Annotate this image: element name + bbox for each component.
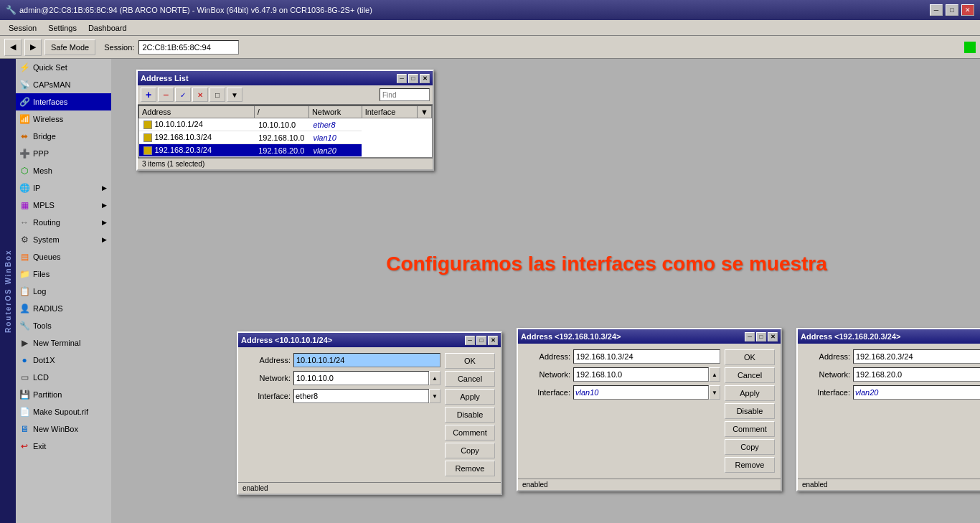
address-find-input[interactable] xyxy=(380,88,430,101)
addr-detail-1-comment-button[interactable]: Comment xyxy=(445,425,495,440)
sidebar-item-bridge-label: Bridge xyxy=(33,132,56,141)
sidebar-item-ip[interactable]: 🌐IP▶ xyxy=(0,179,111,197)
sidebar-item-bridge[interactable]: ⬌Bridge xyxy=(0,128,111,145)
session-value: 2C:C8:1B:65:8C:94 xyxy=(138,40,239,55)
addr-detail-3-interface-input[interactable] xyxy=(853,385,980,400)
addr-detail-2-comment-button[interactable]: Comment xyxy=(725,421,775,437)
safe-mode-button[interactable]: Safe Mode xyxy=(44,39,95,55)
menu-session[interactable]: Session xyxy=(3,22,42,34)
addr-list-close[interactable]: ✕ xyxy=(420,74,430,83)
maximize-button[interactable]: □ xyxy=(946,4,958,16)
sidebar-item-mpls[interactable]: ▦MPLS▶ xyxy=(0,197,111,214)
sidebar-item-capsman[interactable]: 📡CAPsMAN xyxy=(0,76,111,93)
addr-detail-1-buttons: OK Cancel Apply Disable Comment Copy Rem… xyxy=(445,353,495,476)
sidebar-item-system[interactable]: ⚙System▶ xyxy=(0,231,111,248)
sidebar-item-exit-label: Exit xyxy=(33,442,46,451)
sidebar-item-files[interactable]: 📁Files xyxy=(0,265,111,283)
ip-icon: 🌐 xyxy=(19,182,30,194)
add-address-button[interactable]: + xyxy=(141,88,156,102)
addr-detail-3-address-input[interactable] xyxy=(853,349,980,364)
sidebar-item-log[interactable]: 📋Log xyxy=(0,283,111,300)
new-winbox-icon: 🖥 xyxy=(19,423,30,435)
sidebar-item-quickset[interactable]: ⚡Quick Set xyxy=(0,59,111,76)
addr-detail-1-interface-input[interactable] xyxy=(293,389,429,403)
addr-detail-1-network-input[interactable] xyxy=(293,371,429,385)
addr-detail-1-cancel-button[interactable]: Cancel xyxy=(445,371,495,387)
table-row[interactable]: 192.168.20.3/24192.168.20.0vlan20 xyxy=(139,144,432,157)
sidebar-item-log-label: Log xyxy=(33,287,46,296)
table-row[interactable]: 192.168.10.3/24192.168.10.0vlan10 xyxy=(139,131,432,144)
sidebar-item-routing[interactable]: ↔Routing▶ xyxy=(0,214,111,231)
filter-address-button[interactable]: ▼ xyxy=(227,88,242,102)
addr-detail-2-remove-button[interactable]: Remove xyxy=(725,457,775,473)
addr-detail-1-interface-dropdown[interactable]: ▼ xyxy=(429,389,440,403)
addr-list-minimize[interactable]: ─ xyxy=(397,74,407,83)
addr-detail-2-network-input[interactable] xyxy=(573,367,709,382)
addr-detail-3-network-input[interactable] xyxy=(853,367,980,382)
addr-detail-1-ok-button[interactable]: OK xyxy=(445,353,495,369)
table-row[interactable]: 10.10.10.1/2410.10.10.0ether8 xyxy=(139,118,432,131)
sidebar-item-dot1x[interactable]: ●Dot1X xyxy=(0,352,111,369)
minimize-button[interactable]: ─ xyxy=(930,4,943,16)
edit-address-button[interactable]: ✓ xyxy=(175,88,191,102)
addr-detail-2-address-input[interactable] xyxy=(573,349,720,364)
addr-detail-2-disable-button[interactable]: Disable xyxy=(725,403,775,419)
addr-detail-1-copy-button[interactable]: Copy xyxy=(445,443,495,458)
addr-detail-1-apply-button[interactable]: Apply xyxy=(445,389,495,405)
sidebar-item-supout[interactable]: 📄Make Supout.rif xyxy=(0,403,111,420)
addr-detail-2-close[interactable]: ✕ xyxy=(768,332,778,341)
addr-detail-2-maximize[interactable]: □ xyxy=(756,332,766,341)
addr-detail-2-network-up[interactable]: ▲ xyxy=(709,367,720,382)
queues-icon: ▤ xyxy=(19,251,30,263)
address-list-titlebar: Address List ─ □ ✕ xyxy=(138,71,433,85)
addr-detail-1-maximize[interactable]: □ xyxy=(476,336,486,345)
addr-detail-2-ok-button[interactable]: OK xyxy=(725,349,775,365)
addr-detail-1-network-row: Network: ▲ xyxy=(244,371,440,385)
back-button[interactable]: ◀ xyxy=(4,39,22,56)
sidebar-item-interfaces[interactable]: 🔗Interfaces xyxy=(0,93,111,110)
addr-detail-2-apply-button[interactable]: Apply xyxy=(725,385,775,401)
sidebar-item-mesh[interactable]: ⬡Mesh xyxy=(0,162,111,179)
addr-detail-1-disable-button[interactable]: Disable xyxy=(445,407,495,423)
address-row-icon xyxy=(143,133,152,142)
addr-detail-1-network-up[interactable]: ▲ xyxy=(429,371,440,385)
sidebar-item-new-winbox[interactable]: 🖥New WinBox xyxy=(0,420,111,438)
sidebar-item-tools[interactable]: 🔧Tools xyxy=(0,317,111,334)
sidebar-item-new-terminal[interactable]: ▶New Terminal xyxy=(0,334,111,352)
sidebar-item-queues[interactable]: ▤Queues xyxy=(0,248,111,265)
addr-detail-2-minimize[interactable]: ─ xyxy=(745,332,755,341)
sidebar-item-wireless[interactable]: 📶Wireless xyxy=(0,110,111,128)
interface-cell: ether8 xyxy=(308,118,362,131)
address-list-status: 3 items (1 selected) xyxy=(138,158,433,169)
sidebar-item-partition[interactable]: 💾Partition xyxy=(0,386,111,403)
addr-detail-3-network-row: Network: ▲ xyxy=(804,367,980,382)
addr-detail-1-close[interactable]: ✕ xyxy=(488,336,498,345)
addr-detail-2-copy-button[interactable]: Copy xyxy=(725,439,775,455)
addr-detail-1-minimize[interactable]: ─ xyxy=(465,336,475,345)
addr-detail-2-interface-dropdown[interactable]: ▼ xyxy=(709,385,720,400)
addr-detail-2-interface-input[interactable] xyxy=(573,385,709,400)
ppp-icon: ➕ xyxy=(19,148,30,159)
addr-detail-1-remove-button[interactable]: Remove xyxy=(445,461,495,476)
sidebar-item-ppp[interactable]: ➕PPP xyxy=(0,145,111,162)
addr-detail-1-address-input[interactable] xyxy=(293,353,440,367)
menu-settings[interactable]: Settings xyxy=(42,22,83,34)
close-button[interactable]: ✕ xyxy=(961,4,974,16)
sidebar-item-lcd[interactable]: ▭LCD xyxy=(0,369,111,386)
addr-list-maximize[interactable]: □ xyxy=(408,74,418,83)
menu-dashboard[interactable]: Dashboard xyxy=(83,22,133,34)
addr-detail-1-interface-label: Interface: xyxy=(244,392,291,400)
sidebar-item-mesh-label: Mesh xyxy=(33,166,52,175)
addr-detail-2-cancel-button[interactable]: Cancel xyxy=(725,367,775,383)
cancel-address-button[interactable]: ✕ xyxy=(192,88,208,102)
addr-detail-1-title: Address <10.10.10.1/24> xyxy=(241,336,332,344)
addr-detail-1-address-label: Address: xyxy=(244,356,291,364)
forward-button[interactable]: ▶ xyxy=(24,39,42,56)
sidebar-item-radius[interactable]: 👤RADIUS xyxy=(0,300,111,317)
quickset-icon: ⚡ xyxy=(19,62,30,73)
copy-address-button[interactable]: □ xyxy=(209,88,225,102)
sidebar-item-exit[interactable]: ↩Exit xyxy=(0,438,111,455)
title-bar: 🔧 admin@2C:C8:1B:65:8C:94 (RB ARCO NORTE… xyxy=(0,0,980,20)
remove-address-button[interactable]: − xyxy=(158,88,174,102)
addr-detail-2-network-label: Network: xyxy=(524,370,570,379)
